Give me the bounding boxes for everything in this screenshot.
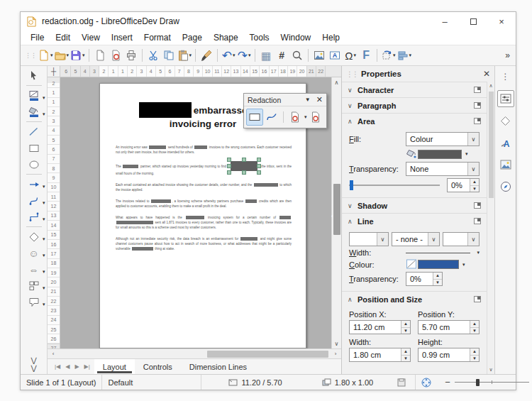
selection-handle[interactable] [242, 158, 246, 162]
slider-thumb[interactable] [350, 180, 353, 190]
symbol-shapes-tool[interactable]: ☺▾ [22, 245, 46, 261]
transformations-button[interactable]: ▾ [380, 47, 397, 64]
sidebar-scroll-thumb[interactable] [489, 92, 494, 198]
redaction-toolbar-close-icon[interactable]: ✕ [316, 95, 323, 104]
selection-handle[interactable] [242, 170, 246, 175]
position-x-spinner[interactable]: 11.20 cm ▲▼ [349, 320, 411, 334]
transparency-slider[interactable] [349, 180, 440, 190]
special-character-button[interactable]: Ω▾ [343, 47, 358, 64]
redaction-shape[interactable] [245, 199, 257, 203]
align-button[interactable]: ▾ [397, 47, 413, 64]
curve-tool[interactable]: ▾ [22, 192, 46, 209]
redaction-shape[interactable] [123, 165, 138, 168]
callout-shapes-tool[interactable]: ▾ [22, 294, 46, 310]
section-character[interactable]: ∨ Character [342, 82, 487, 97]
size-height-spinner[interactable]: 0.99 cm ▲▼ [418, 348, 480, 362]
line-color-tool[interactable]: ▾ [22, 87, 46, 104]
shadow-dialog-launcher-icon[interactable] [474, 202, 481, 209]
sidebar-menu-button[interactable]: ⋮ [497, 68, 514, 85]
tab-layout[interactable]: Layout [94, 359, 135, 374]
scroll-down-icon[interactable]: ∨ [332, 339, 341, 348]
clone-formatting-button[interactable] [199, 47, 214, 64]
previous-page-button[interactable]: ◀ [65, 363, 70, 370]
sidebar-scrollbar[interactable]: ∧ ∨ [487, 82, 494, 374]
redo-button[interactable]: ↷▾ [236, 47, 252, 64]
menu-edit[interactable]: Edit [50, 33, 76, 43]
redaction-shape[interactable] [186, 216, 204, 219]
close-button[interactable]: × [487, 12, 516, 31]
insert-line-tool[interactable] [22, 123, 46, 140]
horizontal-scroll-thumb[interactable] [207, 351, 328, 358]
size-width-spinner[interactable]: 1.80 cm ▲▼ [349, 348, 411, 362]
last-page-button[interactable]: ▶| [84, 363, 90, 370]
next-page-button[interactable]: ▶ [74, 363, 79, 370]
section-area[interactable]: ∧ Area [342, 113, 487, 128]
select-tool[interactable] [22, 67, 46, 84]
line-color-button[interactable]: ▾ [406, 259, 465, 270]
fill-color-button[interactable]: ▾ [406, 148, 468, 160]
first-page-button[interactable]: |◀ [55, 363, 60, 370]
section-line[interactable]: ∧ Line [342, 213, 487, 229]
menu-tools[interactable]: Tools [244, 33, 275, 43]
redacted-export-button[interactable] [287, 109, 304, 126]
undo-button[interactable]: ↶▾ [221, 47, 236, 64]
redaction-shape[interactable] [194, 145, 207, 149]
section-position-size[interactable]: ∧ Position and Size [342, 291, 487, 307]
line-width-dropdown-icon[interactable]: ▾ [477, 250, 480, 256]
sidebar-tab-shapes[interactable] [497, 112, 514, 129]
redaction-shape[interactable] [116, 221, 153, 224]
redaction-toolbar-titlebar[interactable]: Redaction ▼ ✕ [244, 94, 326, 106]
menu-window[interactable]: Window [275, 33, 317, 43]
redaction-shape[interactable] [240, 237, 257, 241]
rectangle-tool[interactable] [22, 140, 46, 156]
arrow-style-select[interactable]: - none - ∨ [392, 232, 440, 246]
insert-image-button[interactable] [311, 47, 327, 64]
line-start-style-select[interactable]: ∨ [349, 232, 389, 246]
sidebar-collapse-handle[interactable]: ‹ [331, 213, 333, 219]
headline-redaction-box[interactable] [139, 102, 192, 118]
paste-button[interactable]: ▾ [177, 47, 193, 64]
rectangle-redaction-button[interactable] [246, 109, 263, 126]
scroll-up-icon[interactable]: ∧ [332, 77, 341, 87]
tab-dimension-lines[interactable]: Dimension Lines [181, 359, 255, 374]
fontwork-button[interactable]: F [358, 47, 374, 64]
sidebar-tab-styles[interactable]: A [497, 134, 514, 151]
drawing-canvas[interactable]: embarrassed by invoicing error An invoic… [60, 77, 331, 348]
zoom-slider-thumb[interactable] [476, 379, 480, 386]
horizontal-ruler[interactable]: 6543211234567891011121314151617181920212… [60, 66, 341, 77]
character-dialog-launcher-icon[interactable] [474, 87, 481, 93]
document-vertical-scrollbar[interactable]: ∧ ‹ ∨ [331, 77, 341, 348]
menu-help[interactable]: Help [316, 33, 345, 43]
line-end-style-select[interactable]: ∨ [443, 232, 480, 246]
snap-guides-button[interactable]: # [274, 47, 289, 64]
menu-format[interactable]: Format [138, 33, 177, 43]
export-pdf-button[interactable] [108, 47, 123, 64]
minimize-button[interactable]: – [431, 12, 459, 31]
redaction-toolbar-menu-icon[interactable]: ▼ [305, 97, 311, 103]
selection-handle[interactable] [257, 164, 261, 168]
sidebar-tab-gallery[interactable] [497, 156, 514, 173]
scroll-right-icon[interactable]: › [330, 349, 341, 359]
connector-tool[interactable]: ▾ [22, 209, 46, 225]
flowchart-tool[interactable]: ▾ [22, 278, 46, 294]
menu-view[interactable]: View [76, 33, 106, 43]
section-shadow[interactable]: ∨ Shadow [342, 197, 487, 213]
insert-text-box-button[interactable]: A [327, 47, 343, 64]
display-grid-button[interactable]: ▦ [258, 47, 274, 64]
vertical-scroll-thumb[interactable] [333, 184, 340, 235]
zoom-slider[interactable]: − + [440, 377, 532, 388]
drawing-toolbar-more-button[interactable]: ⋁⋁ [31, 356, 36, 372]
position-y-spinner[interactable]: 5.70 cm ▲▼ [418, 320, 480, 334]
print-button[interactable] [123, 47, 139, 64]
menu-shape[interactable]: Shape [208, 33, 244, 43]
sidebar-grip[interactable]: ⋮⋮ [346, 70, 358, 78]
freeform-redaction-button[interactable] [263, 109, 280, 126]
line-transparency-spinner[interactable]: 0% ▲▼ [406, 272, 443, 286]
copy-button[interactable] [161, 47, 177, 64]
save-status-icon[interactable] [392, 375, 416, 390]
redaction-shape[interactable] [149, 145, 166, 149]
fill-color-swatch[interactable] [418, 150, 462, 159]
sidebar-tab-navigator[interactable] [497, 178, 514, 195]
redacted-export-dropdown-icon[interactable]: ▾ [304, 114, 307, 120]
redaction-shape[interactable] [132, 247, 153, 251]
